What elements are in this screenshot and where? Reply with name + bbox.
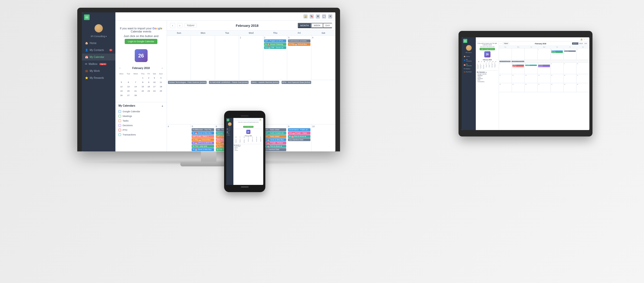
cal-date[interactable] [132, 76, 139, 80]
cal-cell[interactable] [191, 36, 215, 80]
month-view-btn[interactable]: MONTH [298, 23, 311, 28]
cal-date[interactable] [118, 76, 125, 80]
cal-cell[interactable]: 8 UAT - Tasks sheet UAT - Sutnh Condon [… [263, 124, 287, 151]
cal-date[interactable]: 12 [118, 85, 125, 89]
mini-cal-prev[interactable]: ‹ [118, 66, 121, 70]
transactions-cal-checkbox[interactable] [118, 133, 121, 136]
cal-date[interactable]: 15 [140, 85, 146, 89]
decisions-cal-checkbox[interactable] [118, 124, 121, 127]
event-pill[interactable]: BPM - Soh Fasimodi-Shaw [Active] [282, 81, 311, 84]
event-pill[interactable]: 9e 📅 Rick & Anne at [264, 145, 286, 148]
cal-next-btn[interactable]: › [177, 23, 182, 28]
meetings-cal-checkbox[interactable] [118, 115, 121, 117]
settings-icon[interactable]: ✕ [328, 14, 332, 19]
calendars-collapse-btn[interactable]: ▲ [161, 105, 164, 107]
cal-date[interactable]: 23 [146, 89, 151, 93]
cal-date[interactable]: 3 [151, 76, 157, 80]
event-pill[interactable]: 11p Stanford Diab [264, 148, 286, 151]
cal-date[interactable]: 6 [125, 80, 132, 84]
cal-date[interactable]: 22 [140, 89, 146, 93]
calendar-item-decisions[interactable]: Decisions [118, 123, 164, 128]
sidebar-item-mywork[interactable]: 💼 My Work [82, 67, 115, 74]
cal-date[interactable]: 9 [146, 80, 151, 84]
cal-date[interactable]: 8 [140, 80, 146, 84]
cal-date[interactable]: 28 [132, 93, 139, 97]
event-pill[interactable]: 11:50p 📅 School Bus [192, 138, 214, 141]
cal-date[interactable] [158, 93, 164, 97]
cal-date[interactable]: 25 [158, 89, 164, 93]
google-cal-checkbox[interactable] [118, 110, 121, 113]
calendar-item-transactions[interactable]: Transactions [118, 132, 164, 137]
cal-date[interactable]: 26 [118, 93, 125, 97]
cal-cell[interactable]: 3 Customisace produktu pre TLM [Active] … [287, 36, 311, 80]
cal-cell[interactable] [167, 36, 191, 80]
cal-cell[interactable]: 10 [311, 124, 335, 151]
cal-date[interactable]: 1 [140, 76, 146, 80]
event-pill[interactable]: 7e 📅 Send & Wbs Bus [192, 148, 214, 151]
event-pill[interactable]: 5e Test - paty tyde [192, 145, 214, 148]
cal-date[interactable]: 10 [151, 80, 157, 84]
cal-date[interactable]: 13 [125, 85, 132, 89]
event-pill[interactable]: 3a 📅 OPS-in-a-BOX W [192, 141, 214, 144]
cal-date[interactable]: 11 [158, 80, 164, 84]
calendar-item-meetings[interactable]: Meetings [118, 114, 164, 118]
event-pill[interactable]: Serbian Technologies - Peter Hodrovic [A… [168, 81, 207, 84]
cal-prev-btn[interactable]: ‹ [170, 23, 175, 28]
event-pill[interactable]: 7a 📅 Send & Wbs Bus [264, 138, 286, 141]
cal-date[interactable]: 18 [158, 85, 164, 89]
event-pill[interactable]: 11:50p 📅 School Bus [288, 43, 310, 46]
event-pill[interactable]: 9e 📅 Rick & Anne at [288, 135, 310, 138]
cal-date[interactable]: 2 [146, 76, 151, 80]
sidebar-item-home[interactable]: 🏠 Home [82, 40, 115, 47]
event-pill[interactable]: 12a 📅 Private - Vlada [288, 132, 310, 135]
cal-date[interactable]: 27 [125, 93, 132, 97]
sidebar-item-mailbox[interactable]: ✉ Mailbox Sign In [82, 61, 115, 67]
cal-date[interactable]: 24 [151, 89, 157, 93]
cal-date[interactable] [125, 76, 132, 80]
day-view-btn[interactable]: DAY [323, 23, 332, 28]
cal-date[interactable]: 7 [132, 80, 139, 84]
cal-date[interactable]: 16 [146, 85, 151, 89]
event-pill[interactable]: UAT - Tasks sheet [264, 128, 286, 131]
cal-cell[interactable] [215, 36, 239, 80]
chat-icon[interactable]: 💬 [322, 14, 326, 19]
event-pill[interactable]: ProfitBooster - Petr Ptizelak [Active] [192, 128, 214, 131]
mini-cal-next[interactable]: › [161, 66, 164, 70]
event-pill[interactable]: 5e 📅 Send & Wbs Bus [192, 132, 214, 135]
hamburger-button[interactable] [84, 14, 90, 20]
event-pill[interactable]: Governance - Public and Private Calendar [288, 128, 310, 131]
calendar-item-tasks[interactable]: Tasks [118, 118, 164, 123]
tasks-cal-checkbox[interactable] [118, 119, 121, 122]
cal-date[interactable]: 19 [118, 89, 125, 93]
event-pill[interactable]: 1a 🏠 House Cleaning [264, 43, 286, 46]
calendar-item-pto[interactable]: PTO [118, 128, 164, 132]
bookmark-icon[interactable]: 🔖 [310, 14, 314, 19]
event-pill[interactable]: 3a 📅 Private - Roskar [264, 141, 286, 144]
cal-date[interactable]: 20 [125, 89, 132, 93]
sidebar-item-calendar[interactable]: 📅 My Calendar [82, 54, 115, 61]
event-pill[interactable]: Customisace produktu pre TLM [Active] [288, 39, 310, 42]
event-pill[interactable]: JU MACHINE LEARNING - Patrick Sval [Acti… [209, 81, 249, 84]
cal-date[interactable] [140, 93, 146, 97]
cal-date[interactable] [151, 93, 157, 97]
pto-cal-checkbox[interactable] [118, 129, 121, 131]
cal-cell[interactable]: 2 UAT - Project 2.0 (Prochazd LM-> RM a … [263, 36, 287, 80]
cal-cell[interactable]: 9 Governance - Public and Private Calend… [287, 124, 311, 151]
sidebar-item-contacts[interactable]: 👤 My Contacts 1 [82, 47, 115, 54]
cal-cell[interactable]: 4 [167, 124, 191, 151]
cal-cell[interactable]: 4 [311, 36, 335, 80]
cal-date[interactable]: 4 [158, 76, 164, 80]
notification-icon[interactable]: 🔔 [303, 14, 308, 19]
google-login-button[interactable]: Login to Google Calendar [125, 39, 157, 44]
event-pill[interactable]: UAT - Tasks sheet [264, 135, 286, 138]
today-button[interactable]: TODAY [184, 23, 197, 28]
cal-cell[interactable]: 5 ProfitBooster - Petr Ptizelak [Active]… [191, 124, 215, 151]
cal-date[interactable]: 14 [132, 85, 139, 89]
calendar-item-google[interactable]: Google Calendar [118, 109, 164, 114]
cal-cell[interactable]: 1 [239, 36, 263, 80]
event-pill[interactable]: UAT - Sutnh Condon [Active] [264, 132, 286, 135]
event-pill[interactable]: DAHLI - Isabelle Manhola [Active] [251, 81, 279, 84]
download-icon[interactable]: ⬇ [316, 14, 320, 19]
cal-date[interactable]: 17 [151, 85, 157, 89]
event-pill[interactable]: 11p 📅 OIB - Zexon ca [264, 46, 286, 49]
